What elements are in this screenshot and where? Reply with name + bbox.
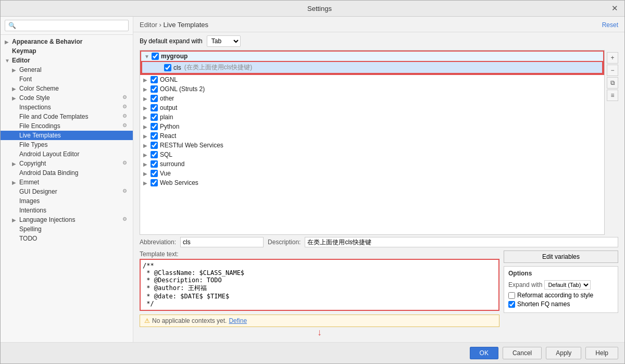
tpl-group-plain[interactable]: ▶ plain: [140, 112, 604, 122]
chevron-right-icon: ▶: [143, 124, 151, 130]
OGNL-struts2-checkbox[interactable]: [151, 85, 158, 93]
sidebar-item-file-encodings[interactable]: File Encodings ⚙: [1, 121, 133, 131]
help-button[interactable]: Help: [585, 347, 618, 359]
add-template-button[interactable]: +: [607, 52, 618, 64]
shorten-fq-label: Shorten FQ names: [517, 300, 570, 308]
spacer-icon: [12, 152, 19, 157]
Vue-checkbox[interactable]: [151, 170, 158, 177]
description-input[interactable]: [305, 237, 618, 247]
group-label: surround: [160, 160, 184, 168]
tpl-group-Python[interactable]: ▶ Python: [140, 122, 604, 131]
close-button[interactable]: ✕: [611, 4, 618, 13]
expand-with-row: By default expand with Tab Space Enter: [133, 32, 624, 50]
tpl-group-SQL[interactable]: ▶ SQL: [140, 150, 604, 159]
group-label: OGNL: [160, 76, 178, 83]
move-template-button[interactable]: ≡: [607, 90, 618, 101]
remove-template-button[interactable]: −: [607, 65, 618, 76]
copy-template-button[interactable]: ⧉: [607, 77, 618, 89]
cancel-button[interactable]: Cancel: [503, 347, 542, 359]
chevron-right-icon: ▶: [12, 67, 19, 73]
sidebar-item-file-code-templates[interactable]: File and Code Templates ⚙: [1, 112, 133, 121]
tpl-group-mygroup[interactable]: ▼ mygroup: [141, 52, 603, 61]
edit-variables-button[interactable]: Edit variables: [504, 250, 618, 263]
SQL-checkbox[interactable]: [151, 151, 158, 158]
tpl-group-OGNL-struts2[interactable]: ▶ OGNL (Struts 2): [140, 84, 604, 94]
sidebar-item-font[interactable]: Font: [1, 74, 133, 84]
sidebar-item-color-scheme[interactable]: ▶ Color Scheme: [1, 84, 133, 93]
sidebar-item-spelling[interactable]: Spelling: [1, 224, 133, 234]
tpl-group-OGNL[interactable]: ▶ OGNL: [140, 75, 604, 84]
group-label: React: [160, 132, 176, 140]
chevron-right-icon: ▶: [143, 133, 151, 139]
expand-with-select[interactable]: Tab Space Enter: [207, 35, 241, 47]
mygroup-checkbox[interactable]: [152, 53, 159, 60]
sidebar-item-live-templates[interactable]: Live Templates: [1, 131, 133, 140]
tpl-group-other[interactable]: ▶ other: [140, 94, 604, 103]
tpl-group-WebServices[interactable]: ▶ Web Services: [140, 178, 604, 187]
sidebar-item-images[interactable]: Images: [1, 196, 133, 206]
warning-text: No applicable contexts yet.: [152, 317, 227, 324]
sidebar-item-emmet[interactable]: ▶ Emmet: [1, 178, 133, 187]
tpl-item-cls[interactable]: cls (在类上面使用cls快捷键): [142, 62, 602, 73]
template-action-buttons: + − ⧉ ≡: [607, 50, 618, 235]
chevron-right-icon: ▶: [143, 180, 151, 186]
expand-label: By default expand with: [140, 37, 203, 45]
options-box: Options Expand with Default (Tab) Tab Sp…: [504, 266, 618, 313]
breadcrumb-current: Live Templates: [164, 21, 208, 29]
React-checkbox[interactable]: [151, 132, 158, 140]
abbreviation-input[interactable]: [180, 237, 264, 247]
sidebar-item-language-injections[interactable]: ▶ Language Injections ⚙: [1, 215, 133, 224]
sidebar-item-label: Editor: [12, 57, 131, 64]
sidebar-item-general[interactable]: ▶ General: [1, 65, 133, 74]
template-textarea[interactable]: /** * @ClassName: $CLASS_NAME$ * @Descri…: [140, 259, 499, 311]
sidebar-item-label: Appearance & Behavior: [12, 38, 131, 45]
other-checkbox[interactable]: [151, 95, 158, 102]
surround-checkbox[interactable]: [151, 160, 158, 168]
define-link[interactable]: Define: [229, 317, 247, 324]
tpl-group-Vue[interactable]: ▶ Vue: [140, 169, 604, 178]
Python-checkbox[interactable]: [151, 123, 158, 130]
expand-with-options-select[interactable]: Default (Tab) Tab Space Enter: [544, 280, 591, 290]
spacer-icon: [157, 65, 164, 70]
tpl-group-output[interactable]: ▶ output: [140, 103, 604, 112]
search-input[interactable]: [5, 20, 129, 31]
WebServices-checkbox[interactable]: [151, 179, 158, 186]
sidebar-item-appearance[interactable]: ▶ Appearance & Behavior: [1, 37, 133, 46]
sidebar-item-inspections[interactable]: Inspections ⚙: [1, 103, 133, 112]
sidebar-item-file-types[interactable]: File Types: [1, 140, 133, 149]
arrow-down-indicator: ↓: [140, 327, 499, 338]
spacer-icon: [12, 236, 19, 242]
abbr-desc-row: Abbreviation: Description:: [140, 237, 618, 247]
output-checkbox[interactable]: [151, 104, 158, 111]
sidebar-item-editor[interactable]: ▼ Editor: [1, 56, 133, 65]
sidebar-item-todo[interactable]: TODO: [1, 234, 133, 243]
ok-button[interactable]: OK: [470, 347, 498, 359]
tpl-group-surround[interactable]: ▶ surround: [140, 159, 604, 169]
sidebar-item-copyright[interactable]: ▶ Copyright ⚙: [1, 159, 133, 168]
group-label: other: [160, 95, 174, 102]
sidebar-item-keymap[interactable]: Keymap: [1, 46, 133, 56]
RESTful-checkbox[interactable]: [151, 142, 158, 149]
sidebar-item-code-style[interactable]: ▶ Code Style ⚙: [1, 93, 133, 103]
template-scroll[interactable]: ▼ mygroup cls (在类上面使用cls快捷键): [140, 50, 605, 235]
chevron-right-icon: ▶: [12, 95, 19, 101]
sidebar-item-android-data-binding[interactable]: Android Data Binding: [1, 168, 133, 178]
tpl-group-React[interactable]: ▶ React: [140, 131, 604, 141]
tpl-group-RESTful[interactable]: ▶ RESTful Web Services: [140, 141, 604, 150]
OGNL-checkbox[interactable]: [151, 76, 158, 83]
reset-link[interactable]: Reset: [602, 21, 618, 29]
apply-button[interactable]: Apply: [546, 347, 581, 359]
cls-checkbox[interactable]: [164, 64, 171, 71]
group-label: Python: [160, 123, 179, 130]
breadcrumb-editor: Editor: [140, 21, 157, 29]
sidebar-item-android-layout-editor[interactable]: Android Layout Editor: [1, 149, 133, 159]
sidebar-tree: ▶ Appearance & Behavior Keymap ▼ Editor …: [1, 35, 133, 342]
chevron-right-icon: ▶: [12, 86, 19, 92]
sidebar-item-intentions[interactable]: Intentions: [1, 206, 133, 215]
plain-checkbox[interactable]: [151, 114, 158, 121]
reformat-checkbox[interactable]: [508, 292, 515, 299]
sidebar-item-gui-designer[interactable]: GUI Designer ⚙: [1, 187, 133, 196]
sidebar-item-label: Intentions: [19, 207, 131, 214]
settings-badge: ⚙: [122, 104, 130, 111]
shorten-fq-checkbox[interactable]: [508, 301, 515, 308]
